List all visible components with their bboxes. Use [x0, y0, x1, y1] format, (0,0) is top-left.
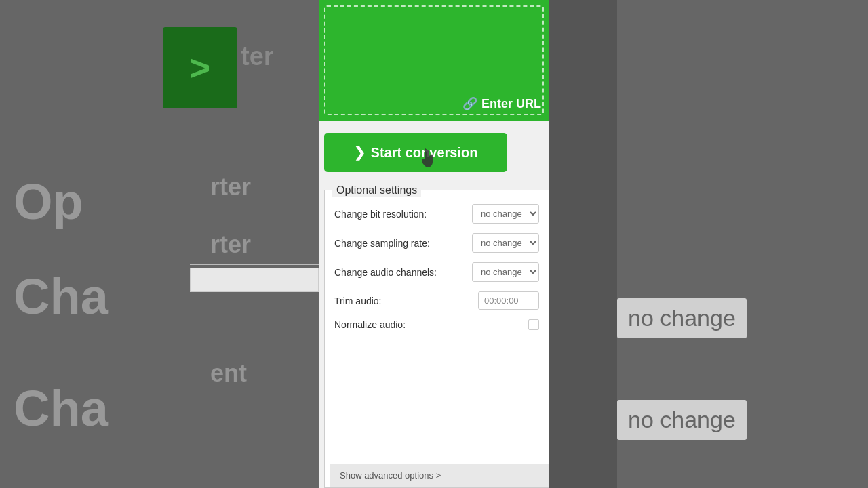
sampling-rate-select[interactable]: no change — [472, 233, 539, 253]
trim-audio-row: Trim audio: — [334, 291, 539, 310]
audio-channels-label: Change audio channels: — [334, 267, 437, 278]
normalize-audio-label: Normalize audio: — [334, 319, 406, 330]
trim-audio-label: Trim audio: — [334, 296, 382, 306]
bg-nochange-2: no change — [617, 400, 747, 440]
left-arrow-button[interactable]: > — [163, 27, 237, 108]
show-advanced-label: Show advanced options > — [340, 470, 441, 481]
right-background: no change no change — [617, 0, 868, 488]
bit-resolution-select[interactable]: no change — [472, 204, 539, 224]
audio-channels-select[interactable]: no change — [472, 262, 539, 282]
sampling-rate-label: Change sampling rate: — [334, 238, 430, 249]
bg-text-cha-2: Cha — [14, 380, 108, 437]
normalize-audio-checkbox[interactable] — [528, 319, 539, 330]
optional-settings-legend: Optional settings — [332, 184, 421, 197]
bit-resolution-label: Change bit resolution: — [334, 209, 427, 220]
bg-text-cha-1: Cha — [14, 268, 108, 325]
start-conversion-button[interactable]: ❯ Start conversion — [324, 133, 507, 172]
start-chevron-icon: ❯ — [354, 144, 366, 161]
bg-text-ent: ent — [210, 359, 247, 388]
start-button-label: Start conversion — [371, 145, 478, 161]
bg-text-rter: rter — [210, 173, 251, 201]
bg-text-rter-2: rter — [210, 230, 251, 259]
bg-white-box — [190, 268, 319, 292]
optional-settings-panel: Change bit resolution: no change Change … — [324, 190, 549, 488]
upload-area[interactable]: 🔗 Enter URL — [319, 0, 549, 121]
bg-text-ter-1: ter — [241, 42, 274, 71]
arrow-icon: > — [190, 47, 210, 88]
left-background: > ter Op rter Cha rter ent Cha — [0, 0, 319, 488]
bit-resolution-row: Change bit resolution: no change — [334, 204, 539, 224]
enter-url-button[interactable]: 🔗 Enter URL — [462, 96, 541, 111]
link-icon: 🔗 — [462, 96, 477, 111]
sampling-rate-row: Change sampling rate: no change — [334, 233, 539, 253]
show-advanced-button[interactable]: Show advanced options > — [330, 464, 549, 487]
trim-audio-input[interactable] — [478, 291, 539, 310]
bg-nochange-1: no change — [617, 298, 747, 338]
bg-divider-1 — [190, 264, 319, 265]
audio-channels-row: Change audio channels: no change — [334, 262, 539, 282]
center-panel: 🔗 Enter URL ❯ Start conversion Optional … — [319, 0, 549, 488]
enter-url-label: Enter URL — [481, 97, 541, 111]
normalize-audio-row: Normalize audio: — [334, 319, 539, 330]
bg-text-op: Op — [14, 173, 83, 230]
